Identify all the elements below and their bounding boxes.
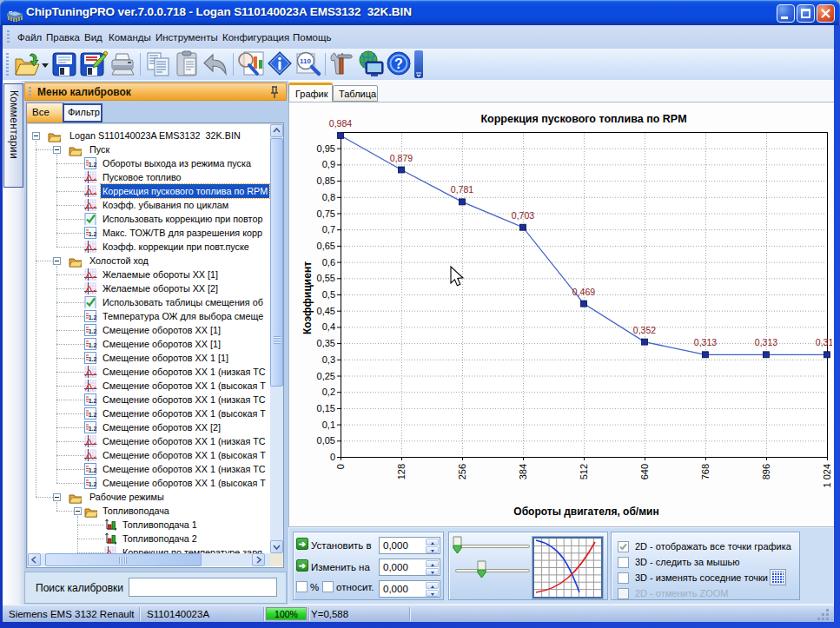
svg-text:1.2: 1.2 bbox=[89, 328, 97, 334]
svg-text:1.2: 1.2 bbox=[89, 342, 97, 348]
svg-text:0,9: 0,9 bbox=[322, 159, 335, 169]
svg-text:0,4: 0,4 bbox=[322, 321, 335, 332]
svg-text:Обороты двигателя, об/мин: Обороты двигателя, об/мин bbox=[513, 506, 658, 518]
svg-text:0,55: 0,55 bbox=[317, 273, 335, 283]
svg-text:0,703: 0,703 bbox=[512, 210, 534, 221]
svg-text:896: 896 bbox=[761, 464, 771, 479]
svg-text:0,2: 0,2 bbox=[322, 387, 335, 397]
svg-text:384: 384 bbox=[518, 464, 528, 479]
svg-text:0,45: 0,45 bbox=[317, 306, 335, 316]
svg-text:1 024: 1 024 bbox=[822, 464, 832, 488]
svg-text:640: 640 bbox=[639, 464, 650, 479]
svg-text:0,25: 0,25 bbox=[317, 371, 335, 381]
svg-text:0,95: 0,95 bbox=[317, 143, 335, 154]
svg-text:1.2: 1.2 bbox=[89, 314, 97, 321]
svg-text:Коррекция пускового топлива по: Коррекция пускового топлива по RPM bbox=[480, 113, 686, 125]
svg-text:0,65: 0,65 bbox=[317, 241, 335, 251]
svg-text:110: 110 bbox=[300, 57, 311, 65]
svg-text:0,6: 0,6 bbox=[322, 257, 335, 268]
svg-text:0,8: 0,8 bbox=[322, 192, 335, 202]
svg-text:0,3: 0,3 bbox=[322, 354, 335, 365]
svg-text:Коэффициент: Коэффициент bbox=[301, 261, 314, 334]
svg-text:0,05: 0,05 bbox=[317, 435, 335, 446]
svg-text:1.2: 1.2 bbox=[89, 162, 97, 168]
svg-text:0,75: 0,75 bbox=[317, 208, 335, 219]
svg-text:0,352: 0,352 bbox=[633, 325, 656, 335]
svg-text:1.2: 1.2 bbox=[89, 467, 97, 473]
svg-text:256: 256 bbox=[457, 464, 467, 479]
svg-text:?: ? bbox=[394, 56, 403, 71]
svg-text:1.2: 1.2 bbox=[89, 426, 97, 432]
svg-text:1.2: 1.2 bbox=[89, 356, 97, 362]
svg-text:768: 768 bbox=[700, 464, 711, 479]
svg-text:0,15: 0,15 bbox=[317, 403, 335, 413]
svg-text:0,879: 0,879 bbox=[390, 153, 413, 163]
svg-text:0,313: 0,313 bbox=[694, 337, 717, 347]
svg-text:1.2: 1.2 bbox=[89, 231, 97, 237]
svg-text:1.2: 1.2 bbox=[89, 398, 97, 404]
svg-text:0: 0 bbox=[330, 452, 335, 462]
svg-text:0,1: 0,1 bbox=[322, 420, 335, 430]
svg-text:128: 128 bbox=[396, 464, 407, 479]
svg-text:0,469: 0,469 bbox=[572, 287, 595, 297]
svg-text:1.2: 1.2 bbox=[89, 412, 97, 418]
svg-text:512: 512 bbox=[579, 464, 589, 479]
svg-text:0,7: 0,7 bbox=[322, 224, 335, 235]
svg-text:0: 0 bbox=[335, 464, 346, 469]
svg-text:0,35: 0,35 bbox=[317, 338, 335, 348]
svg-text:0,313: 0,313 bbox=[755, 337, 777, 347]
svg-text:0,85: 0,85 bbox=[317, 175, 335, 186]
svg-text:0,984: 0,984 bbox=[329, 118, 352, 129]
svg-text:1.2: 1.2 bbox=[89, 481, 97, 487]
svg-text:0,5: 0,5 bbox=[322, 289, 335, 300]
svg-text:0,781: 0,781 bbox=[451, 184, 473, 195]
svg-text:0,313: 0,313 bbox=[816, 337, 832, 347]
